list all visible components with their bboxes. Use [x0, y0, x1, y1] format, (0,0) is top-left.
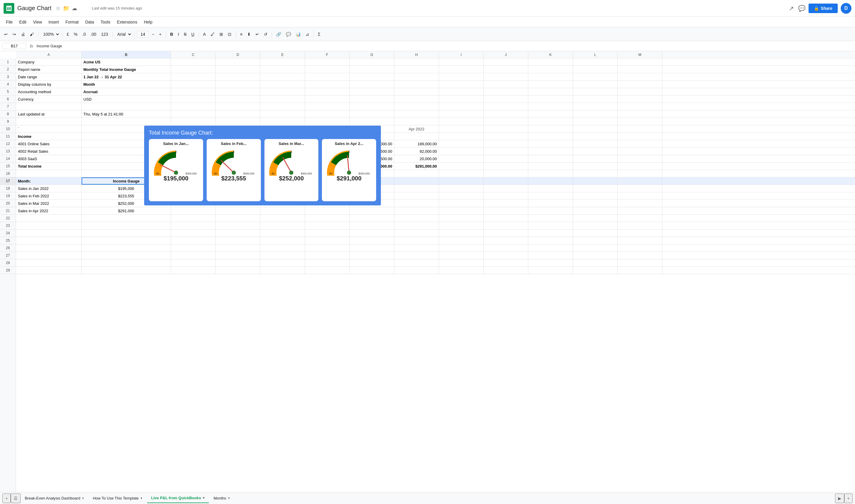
cell-27-K[interactable] — [528, 252, 573, 259]
row-number-3[interactable]: 3 — [0, 73, 16, 81]
cell-13-K[interactable] — [528, 148, 573, 155]
cell-11-K[interactable] — [528, 133, 573, 140]
cell-17-A[interactable]: Month: — [16, 177, 82, 184]
cell-22-I[interactable] — [439, 215, 484, 222]
cell-21-C[interactable] — [171, 207, 216, 214]
row-number-19[interactable]: 19 — [0, 192, 16, 200]
wrap-button[interactable]: ↵ — [254, 31, 261, 38]
cell-9-M[interactable] — [618, 118, 662, 125]
cell-18-H[interactable] — [394, 185, 439, 192]
cell-11-M[interactable] — [618, 133, 662, 140]
cell-28-A[interactable] — [16, 259, 82, 267]
cell-13-J[interactable] — [484, 148, 528, 155]
function-button[interactable]: Σ — [316, 31, 322, 38]
cell-23-K[interactable] — [528, 222, 573, 229]
font-size-increase[interactable]: + — [157, 31, 163, 38]
row-number-20[interactable]: 20 — [0, 200, 16, 207]
cell-6-I[interactable] — [439, 95, 484, 103]
cell-5-B[interactable]: Accrual — [82, 88, 171, 95]
cell-7-H[interactable] — [394, 103, 439, 110]
row-number-17[interactable]: 17 — [0, 177, 16, 185]
cell-18-A[interactable]: Sales in Jan 2022 — [16, 185, 82, 192]
cell-13-M[interactable] — [618, 148, 662, 155]
cell-12-M[interactable] — [618, 140, 662, 147]
cell-23-D[interactable] — [216, 222, 260, 229]
cell-26-I[interactable] — [439, 245, 484, 252]
cell-5-H[interactable] — [394, 88, 439, 95]
cell-25-C[interactable] — [171, 237, 216, 244]
cell-1-B[interactable]: Acme US — [82, 58, 171, 66]
cell-12-H[interactable]: 189,000.00 — [394, 140, 439, 147]
cell-19-H[interactable] — [394, 192, 439, 199]
cell-24-L[interactable] — [573, 230, 618, 237]
cell-23-M[interactable] — [618, 222, 662, 229]
menu-item-help[interactable]: Help — [141, 18, 156, 25]
cell-22-G[interactable] — [350, 215, 394, 222]
cell-9-I[interactable] — [439, 118, 484, 125]
cell-28-F[interactable] — [305, 259, 350, 267]
cell-21-F[interactable] — [305, 207, 350, 214]
row-number-25[interactable]: 25 — [0, 237, 16, 245]
zoom-select[interactable]: 100% — [41, 31, 60, 37]
cell-29-M[interactable] — [618, 267, 662, 274]
cell-4-K[interactable] — [528, 81, 573, 88]
cell-9-A[interactable] — [16, 118, 82, 125]
col-header-M[interactable]: M — [618, 51, 662, 58]
cell-5-G[interactable] — [350, 88, 394, 95]
cell-24-D[interactable] — [216, 230, 260, 237]
row-number-2[interactable]: 2 — [0, 66, 16, 73]
cell-5-L[interactable] — [573, 88, 618, 95]
print-button[interactable]: 🖨 — [19, 31, 27, 38]
cell-9-G[interactable] — [350, 118, 394, 125]
cell-27-D[interactable] — [216, 252, 260, 259]
cell-4-J[interactable] — [484, 81, 528, 88]
cell-9-D[interactable] — [216, 118, 260, 125]
cell-21-D[interactable] — [216, 207, 260, 214]
merge-button[interactable]: ⊡ — [226, 31, 233, 38]
cell-23-F[interactable] — [305, 222, 350, 229]
cell-6-A[interactable]: Currency — [16, 95, 82, 103]
cell-6-K[interactable] — [528, 95, 573, 103]
cell-4-L[interactable] — [573, 81, 618, 88]
cell-22-M[interactable] — [618, 215, 662, 222]
cell-7-L[interactable] — [573, 103, 618, 110]
cell-3-B[interactable]: 1 Jan 22 → 31 Apr 22 — [82, 73, 171, 80]
cell-16-K[interactable] — [528, 170, 573, 177]
row-number-12[interactable]: 12 — [0, 140, 16, 148]
cell-1-E[interactable] — [260, 58, 305, 66]
add-sheet-end-button[interactable]: + — [844, 493, 853, 503]
cell-26-A[interactable] — [16, 245, 82, 252]
comment-button[interactable]: 💬 — [284, 31, 293, 38]
cell-21-J[interactable] — [484, 207, 528, 214]
tab-break-even[interactable]: Break-Even Analysis Dashboard ▾ — [20, 493, 88, 503]
row-number-13[interactable]: 13 — [0, 148, 16, 155]
cell-19-L[interactable] — [573, 192, 618, 199]
cell-2-K[interactable] — [528, 66, 573, 73]
row-number-1[interactable]: 1 — [0, 58, 16, 66]
cell-9-K[interactable] — [528, 118, 573, 125]
row-number-27[interactable]: 27 — [0, 252, 16, 259]
cell-15-H[interactable]: $291,000.00 — [394, 163, 439, 170]
col-header-C[interactable]: C — [171, 51, 216, 58]
cell-18-I[interactable] — [439, 185, 484, 192]
cell-20-A[interactable]: Sales in Mar 2022 — [16, 200, 82, 207]
cell-5-C[interactable] — [171, 88, 216, 95]
cell-2-G[interactable] — [350, 66, 394, 73]
cell-2-H[interactable] — [394, 66, 439, 73]
cell-8-M[interactable] — [618, 110, 662, 118]
cell-17-L[interactable] — [573, 177, 618, 184]
cell-22-E[interactable] — [260, 215, 305, 222]
cell-22-H[interactable] — [394, 215, 439, 222]
cell-26-F[interactable] — [305, 245, 350, 252]
cell-26-J[interactable] — [484, 245, 528, 252]
cell-10-J[interactable] — [484, 125, 528, 132]
cell-7-J[interactable] — [484, 103, 528, 110]
cell-27-I[interactable] — [439, 252, 484, 259]
strikethrough-button[interactable]: S — [182, 31, 188, 38]
cell-5-A[interactable]: Accounting method — [16, 88, 82, 95]
cell-14-I[interactable] — [439, 155, 484, 162]
rotate-button[interactable]: ↺ — [262, 31, 269, 38]
cell-19-J[interactable] — [484, 192, 528, 199]
cell-8-D[interactable] — [216, 110, 260, 118]
cell-17-H[interactable] — [394, 177, 439, 184]
